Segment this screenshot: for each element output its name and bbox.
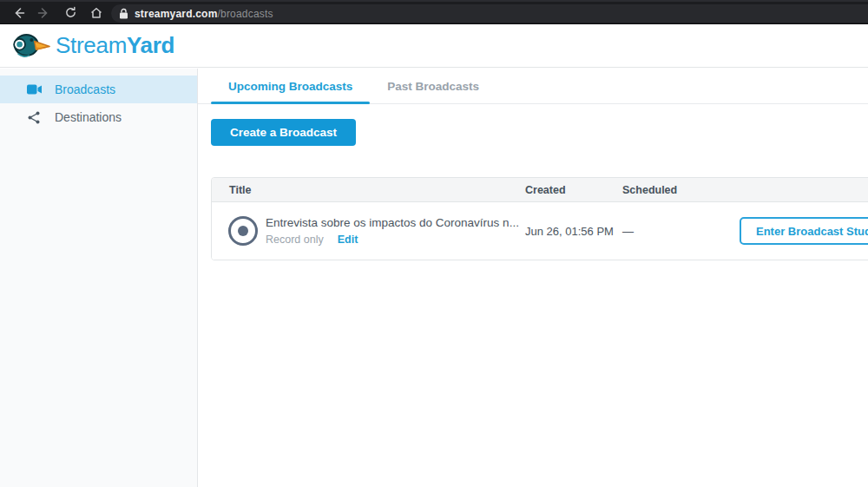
broadcast-subtitle: Record only Edit [266,234,519,246]
sidebar-item-destinations[interactable]: Destinations [0,103,197,131]
forward-icon[interactable] [31,1,57,25]
broadcasts-table: Title Created Scheduled Entrevista sobre… [211,177,868,260]
streamyard-logo[interactable]: StreamYard [10,30,174,63]
broadcast-title-block: Entrevista sobre os impactos do Coronaví… [266,216,519,246]
broadcast-title: Entrevista sobre os impactos do Coronaví… [266,216,519,229]
url-domain: streamyard.com [135,8,218,20]
tab-bar: Upcoming Broadcasts Past Broadcasts [198,69,868,104]
create-broadcast-button[interactable]: Create a Broadcast [211,119,356,146]
duck-logo-icon [10,30,50,63]
sidebar-item-broadcasts[interactable]: Broadcasts [0,76,197,103]
video-camera-icon [26,84,42,95]
column-header-title: Title [212,184,525,196]
tab-past-broadcasts[interactable]: Past Broadcasts [370,69,496,103]
row-action-cell: Enter Broadcast Studio [740,217,868,245]
column-header-created: Created [525,184,622,196]
sidebar-item-label: Broadcasts [55,82,115,96]
edit-link[interactable]: Edit [338,234,358,246]
brand-name: StreamYard [56,32,174,59]
browser-toolbar: streamyard.com/broadcasts [0,0,868,24]
record-icon [228,216,258,246]
column-header-scheduled: Scheduled [622,184,740,196]
sidebar: Broadcasts Destinations [0,69,198,487]
app-header: StreamYard [0,24,868,68]
table-row: Entrevista sobre os impactos do Coronaví… [212,202,868,260]
tab-upcoming-broadcasts[interactable]: Upcoming Broadcasts [211,69,370,103]
table-header: Title Created Scheduled [212,178,868,202]
share-icon [26,111,42,124]
tab-label: Upcoming Broadcasts [228,80,352,93]
tab-label: Past Broadcasts [387,80,479,93]
broadcast-mode: Record only [266,234,324,246]
url-text: streamyard.com/broadcasts [135,8,273,20]
url-path: /broadcasts [218,8,273,20]
lock-icon[interactable] [119,8,128,19]
main-content: Upcoming Broadcasts Past Broadcasts Crea… [198,69,868,487]
sidebar-item-label: Destinations [55,110,122,124]
created-cell: Jun 26, 01:56 PM [525,225,622,238]
broadcast-title-cell: Entrevista sobre os impactos do Coronaví… [212,216,525,246]
address-bar[interactable]: streamyard.com/broadcasts [111,4,868,23]
back-icon[interactable] [5,1,31,25]
scheduled-cell: — [622,225,740,238]
home-icon[interactable] [83,1,109,25]
brand-yard: Yard [127,32,174,58]
brand-stream: Stream [56,32,127,58]
enter-broadcast-studio-button[interactable]: Enter Broadcast Studio [740,217,868,245]
reload-icon[interactable] [57,1,83,25]
